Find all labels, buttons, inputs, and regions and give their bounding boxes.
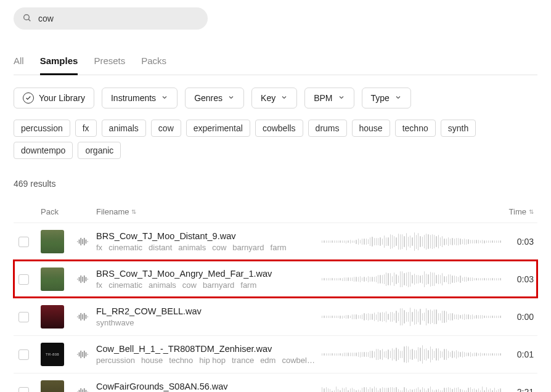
filter-genres[interactable]: Genres <box>185 88 244 108</box>
filter-instruments[interactable]: Instruments <box>102 88 178 108</box>
column-filename-sort[interactable]: Filename ⇅ <box>96 207 136 216</box>
file-tag[interactable]: trance <box>232 356 254 365</box>
search-input[interactable] <box>38 14 199 23</box>
file-tag[interactable]: percussion <box>96 356 135 365</box>
tag-animals[interactable]: animals <box>102 120 146 137</box>
filter-label: Type <box>371 93 390 103</box>
waveform[interactable] <box>322 231 500 253</box>
tab-presets[interactable]: Presets <box>94 55 125 75</box>
tab-all[interactable]: All <box>14 55 24 75</box>
column-time-label: Time <box>509 207 526 216</box>
tag-house[interactable]: house <box>352 120 390 137</box>
file-tag[interactable]: edm <box>260 356 276 365</box>
file-tag[interactable]: farm <box>271 243 287 252</box>
file-tag[interactable]: hip hop <box>199 356 226 365</box>
filter-type[interactable]: Type <box>362 88 411 108</box>
tag-percussion[interactable]: percussion <box>14 120 70 137</box>
file-tag[interactable]: distant <box>149 243 172 252</box>
tag-cowbells[interactable]: cowbells <box>255 120 303 137</box>
svg-line-1 <box>28 19 30 21</box>
play-button[interactable] <box>70 235 95 248</box>
waveform[interactable] <box>322 381 500 392</box>
play-button[interactable] <box>70 310 95 324</box>
search-bar[interactable] <box>14 7 208 30</box>
chevron-down-icon <box>227 93 235 103</box>
table-row[interactable]: FL_RR2_COW_BELL.wavsynthwave0:00 <box>14 298 537 335</box>
tag-experimental[interactable]: experimental <box>186 120 250 137</box>
tag-drums[interactable]: drums <box>308 120 347 137</box>
file-name: BRS_Cow_TJ_Moo_Distant_9.wav <box>96 231 316 241</box>
filter-key[interactable]: Key <box>251 88 297 108</box>
file-tag[interactable]: cowbells <box>282 356 312 365</box>
row-checkbox[interactable] <box>18 237 29 247</box>
column-time-sort[interactable]: Time ⇅ <box>500 207 534 216</box>
waveform[interactable] <box>322 268 500 290</box>
file-tag[interactable]: synthwave <box>96 318 134 327</box>
tag-synth[interactable]: synth <box>441 120 476 137</box>
chevron-down-icon <box>161 93 168 103</box>
duration: 2:21 <box>517 387 534 392</box>
file-tag[interactable]: cow <box>182 280 197 290</box>
tag-techno[interactable]: techno <box>395 120 436 137</box>
tab-samples[interactable]: Samples <box>40 55 78 75</box>
play-button[interactable] <box>70 272 95 286</box>
filters-row: Your Library InstrumentsGenresKeyBPMType <box>14 88 537 108</box>
file-tags: percussionhousetechnohip hoptranceedmcow… <box>96 356 316 365</box>
chevron-down-icon <box>394 93 402 103</box>
play-button[interactable] <box>70 385 95 392</box>
play-button[interactable] <box>70 348 95 361</box>
search-icon <box>22 13 32 25</box>
pack-thumbnail[interactable] <box>41 305 64 329</box>
file-name: Cow_Bell_H_1_-_TR808TDM_Zenhiser.wav <box>96 344 316 354</box>
filter-label: Instruments <box>111 93 156 103</box>
file-tags: synthwave <box>96 318 316 327</box>
file-name: CowFairGrounds_S08AN.56.wav <box>96 382 316 391</box>
tag-downtempo[interactable]: downtempo <box>14 142 73 159</box>
filter-your-library[interactable]: Your Library <box>14 88 94 108</box>
column-filename-label: Filename <box>96 207 129 216</box>
table-row[interactable]: BRS_Cow_TJ_Moo_Angry_Med_Far_1.wavfxcine… <box>14 260 537 298</box>
table-row[interactable]: CowFairGrounds_S08AN.56.wavfarmcountrysi… <box>14 373 537 392</box>
file-tag[interactable]: house <box>141 356 163 365</box>
file-tag[interactable]: cow <box>212 243 226 252</box>
duration: 0:01 <box>517 349 534 359</box>
pack-thumbnail[interactable] <box>41 267 64 291</box>
row-checkbox[interactable] <box>18 274 29 285</box>
table-row[interactable]: TR-808Cow_Bell_H_1_-_TR808TDM_Zenhiser.w… <box>14 335 537 373</box>
filter-bpm[interactable]: BPM <box>304 88 354 108</box>
row-checkbox[interactable] <box>18 349 29 360</box>
sort-icon: ⇅ <box>131 208 136 215</box>
tag-cow[interactable]: cow <box>151 120 181 137</box>
duration: 0:03 <box>517 274 534 284</box>
pack-thumbnail[interactable] <box>41 380 64 392</box>
tag-fx[interactable]: fx <box>75 120 97 137</box>
tabs: AllSamplesPresetsPacks <box>14 55 537 75</box>
filter-label: BPM <box>314 93 332 103</box>
svg-point-0 <box>24 14 30 20</box>
table-row[interactable]: BRS_Cow_TJ_Moo_Distant_9.wavfxcinematicd… <box>14 223 537 260</box>
file-tag[interactable]: farm <box>240 280 256 290</box>
row-checkbox[interactable] <box>18 312 29 322</box>
duration: 0:00 <box>517 312 534 322</box>
file-tag[interactable]: techno <box>169 356 193 365</box>
chevron-down-icon <box>338 93 345 103</box>
row-checkbox[interactable] <box>18 387 29 393</box>
file-tag[interactable]: animals <box>178 243 206 252</box>
file-name: BRS_Cow_TJ_Moo_Angry_Med_Far_1.wav <box>96 269 316 279</box>
table-header: Pack Filename ⇅ Time ⇅ <box>14 207 537 223</box>
file-tag[interactable]: barnyard <box>203 280 234 290</box>
tag-organic[interactable]: organic <box>78 142 121 159</box>
waveform[interactable] <box>322 306 500 328</box>
results-count: 469 results <box>14 179 537 189</box>
waveform[interactable] <box>322 343 500 365</box>
file-tag[interactable]: animals <box>149 280 176 290</box>
file-tags: fxcinematicanimalscowbarnyardfarm <box>96 280 316 290</box>
file-tag[interactable]: fx <box>96 243 102 252</box>
tab-packs[interactable]: Packs <box>141 55 166 75</box>
file-tag[interactable]: barnyard <box>232 243 264 252</box>
pack-thumbnail[interactable] <box>41 230 64 253</box>
pack-thumbnail[interactable]: TR-808 <box>41 343 64 366</box>
file-tag[interactable]: fx <box>96 280 102 290</box>
file-tag[interactable]: cinematic <box>108 280 142 290</box>
file-tag[interactable]: cinematic <box>108 243 142 252</box>
